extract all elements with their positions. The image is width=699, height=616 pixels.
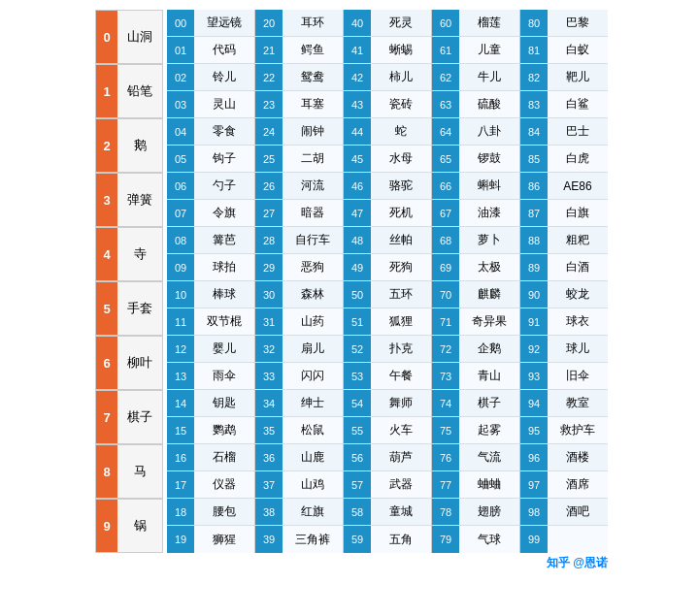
left-item: 0 山洞 — [95, 10, 163, 64]
table-row: 97 酒席 — [520, 471, 608, 499]
cell-label: 企鹅 — [459, 336, 519, 362]
cell-number: 60 — [432, 10, 459, 36]
cell-number: 18 — [167, 499, 194, 525]
cell-number: 10 — [167, 281, 194, 308]
table-row: 81 白蚁 — [520, 37, 608, 64]
cell-number: 47 — [344, 200, 371, 226]
table-row: 56 葫芦 — [344, 444, 431, 471]
table-row: 06 勺子 — [167, 173, 254, 200]
cell-label: 五环 — [371, 281, 431, 308]
left-item: 3 弹簧 — [95, 173, 163, 227]
table-row: 78 翅膀 — [432, 499, 519, 526]
cell-number: 11 — [167, 308, 194, 335]
cell-label: 骆驼 — [371, 173, 431, 199]
cell-number: 04 — [167, 118, 194, 145]
cell-number: 41 — [344, 37, 371, 63]
table-row: 82 靶儿 — [520, 64, 608, 91]
table-row: 32 扇儿 — [255, 336, 343, 363]
cell-number: 71 — [432, 308, 459, 335]
cell-label: 翅膀 — [459, 499, 519, 525]
table-row: 89 白酒 — [520, 254, 608, 281]
cell-label: 油漆 — [459, 200, 519, 226]
cell-label: 死机 — [371, 200, 431, 226]
table-row: 36 山鹿 — [255, 444, 343, 471]
cell-label: 钥匙 — [194, 390, 254, 416]
left-item-label: 手套 — [117, 282, 162, 335]
left-item: 4 寺 — [95, 227, 163, 281]
left-item-label: 鹅 — [117, 119, 162, 172]
table-row: 28 自行车 — [255, 227, 343, 254]
table-row: 74 棋子 — [432, 390, 519, 417]
cell-label: 松鼠 — [283, 417, 343, 443]
cell-label: 二胡 — [283, 146, 343, 172]
table-row: 71 奇异果 — [432, 308, 519, 336]
cell-label: 榴莲 — [459, 10, 519, 36]
table-row: 10 棒球 — [167, 281, 254, 308]
cell-label: 舞师 — [371, 390, 431, 416]
cell-label: 鳄鱼 — [283, 37, 343, 63]
table-row: 16 石榴 — [167, 444, 254, 471]
cell-label: 白鲨 — [548, 91, 608, 117]
table-row: 44 蛇 — [344, 118, 431, 146]
cell-number: 89 — [520, 254, 548, 280]
table-row: 59 五角 — [344, 526, 431, 553]
cell-label: 酒吧 — [548, 499, 608, 525]
cell-number: 98 — [520, 499, 548, 525]
cell-number: 77 — [432, 471, 459, 498]
table-row: 13 雨伞 — [167, 363, 254, 390]
table-row: 27 暗器 — [255, 200, 343, 227]
table-row: 37 山鸡 — [255, 471, 343, 499]
cell-label: 山鸡 — [283, 471, 343, 498]
cell-label: 硫酸 — [459, 91, 519, 117]
cell-number: 46 — [344, 173, 371, 199]
cell-number: 17 — [167, 471, 194, 498]
table-row: 38 红旗 — [255, 499, 343, 526]
cell-number: 43 — [344, 91, 371, 117]
cell-label: 森林 — [283, 281, 343, 308]
table-row: 95 救护车 — [520, 417, 608, 444]
cell-label: 蛟龙 — [548, 281, 608, 308]
left-item-num: 9 — [96, 500, 117, 552]
cell-number: 67 — [432, 200, 459, 226]
cell-number: 44 — [344, 118, 371, 145]
cell-number: 00 — [167, 10, 194, 36]
cell-label: 腰包 — [194, 499, 254, 525]
cell-label: 河流 — [283, 173, 343, 199]
table-row: 96 酒楼 — [520, 444, 608, 471]
table-row: 62 牛儿 — [432, 64, 519, 91]
cell-label: 勺子 — [194, 173, 254, 199]
table-row: 57 武器 — [344, 471, 431, 499]
table-row: 31 山药 — [255, 308, 343, 336]
table-row: 29 恶狗 — [255, 254, 343, 281]
table-row: 39 三角裤 — [255, 526, 343, 553]
left-item: 7 棋子 — [95, 390, 163, 444]
cell-label: 红旗 — [283, 499, 343, 525]
table-row: 00 望远镜 — [167, 10, 254, 37]
cell-number: 19 — [167, 526, 194, 553]
cell-label: 奇异果 — [459, 308, 519, 335]
cell-label: 儿童 — [459, 37, 519, 63]
table-row: 02 铃儿 — [167, 64, 254, 91]
table-row: 33 闪闪 — [255, 363, 343, 390]
cell-label: 篝芭 — [194, 227, 254, 253]
cell-number: 35 — [255, 417, 283, 443]
cell-label: 气球 — [459, 526, 519, 553]
left-item-num: 0 — [96, 11, 117, 63]
left-item-num: 6 — [96, 337, 117, 389]
table-row: 20 耳环 — [255, 10, 343, 37]
table-row: 98 酒吧 — [520, 499, 608, 526]
cell-label: 鸳鸯 — [283, 64, 343, 90]
cell-number: 92 — [520, 336, 548, 362]
cell-label: 狮猩 — [194, 526, 254, 553]
cell-label: 起雾 — [459, 417, 519, 443]
table-row: 61 儿童 — [432, 37, 519, 64]
table-row: 84 巴士 — [520, 118, 608, 146]
table-row: 99 — [520, 526, 608, 553]
cell-number: 12 — [167, 336, 194, 362]
cell-number: 64 — [432, 118, 459, 145]
footer: 知乎 @恩诺 — [95, 555, 608, 571]
cell-label: 蛐蛐 — [459, 471, 519, 498]
cell-number: 61 — [432, 37, 459, 63]
cell-number: 28 — [255, 227, 283, 253]
cell-number: 15 — [167, 417, 194, 443]
